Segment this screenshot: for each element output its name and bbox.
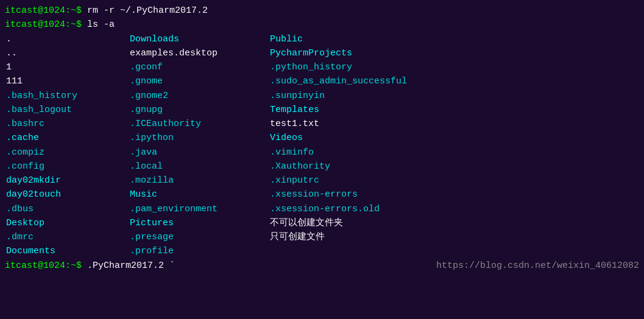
entry-bash-logout: .bash_logout xyxy=(6,103,130,117)
entry-bash-history: .bash_history xyxy=(6,89,130,103)
entry-music: Music xyxy=(130,188,270,202)
prompt-3: itcast@1024:~$ xyxy=(5,261,82,271)
ls-output: . .. 1 111 .bash_history .bash_logout .b… xyxy=(5,32,639,259)
entry-dot: . xyxy=(6,32,130,46)
entry-examples-desktop: examples.desktop xyxy=(130,46,270,60)
prompt-2: itcast@1024:~$ xyxy=(5,18,82,32)
entry-mozilla: .mozilla xyxy=(130,174,270,188)
entry-ice-authority: .ICEauthority xyxy=(130,117,270,131)
entry-videos: Videos xyxy=(270,131,453,145)
entry-pictures: Pictures xyxy=(130,216,270,230)
entry-gnome2: .gnome2 xyxy=(130,89,270,103)
entry-111: 111 xyxy=(6,74,130,88)
entry-local: .local xyxy=(130,160,270,174)
entry-documents: Documents xyxy=(6,244,130,258)
entry-pycharm-projects: PycharmProjects xyxy=(270,46,453,60)
entry-public: Public xyxy=(270,32,453,46)
entry-day02touch: day02touch xyxy=(6,188,130,202)
entry-desktop: Desktop xyxy=(6,216,130,230)
command-line-2: itcast@1024:~$ ls -a xyxy=(5,18,639,32)
entry-no-mkdir: 不可以创建文件夹 xyxy=(270,216,453,230)
entry-profile: .profile xyxy=(130,244,270,258)
ls-col1: . .. 1 111 .bash_history .bash_logout .b… xyxy=(5,32,130,259)
entry-xauthority: .Xauthority xyxy=(270,160,453,174)
entry-sudo-admin: .sudo_as_admin_successful xyxy=(270,74,453,88)
entry-xinputrc: .xinputrc xyxy=(270,174,453,188)
entry-dbus: .dbus xyxy=(6,202,130,216)
entry-test1-txt: test1.txt xyxy=(270,117,453,131)
entry-dmrc: .dmrc xyxy=(6,230,130,244)
entry-gconf: .gconf xyxy=(130,60,270,74)
entry-presage: .presage xyxy=(130,230,270,244)
entry-bashrc: .bashrc xyxy=(6,117,130,131)
bottom-bar: itcast@1024:~$ .PyCharm2017.2 ` https://… xyxy=(5,259,639,273)
entry-gnupg: .gnupg xyxy=(130,103,270,117)
prompt-1: itcast@1024:~$ xyxy=(5,4,82,18)
entry-pam-environment: .pam_environment xyxy=(130,202,270,216)
ls-col2: Downloads examples.desktop .gconf .gnome… xyxy=(130,32,270,259)
entry-java: .java xyxy=(130,145,270,160)
command-line-3: itcast@1024:~$ .PyCharm2017.2 ` xyxy=(5,259,175,273)
entry-config: .config xyxy=(6,160,130,174)
entry-xsession-errors-old: .xsession-errors.old xyxy=(270,202,453,216)
entry-dotdot: .. xyxy=(6,46,130,60)
cmd-2: ls -a xyxy=(82,18,115,32)
entry-python-history: .python_history xyxy=(270,60,453,74)
watermark: https://blog.csdn.net/weixin_40612082 xyxy=(436,259,639,273)
entry-day02mkdir: day02mkdir xyxy=(6,174,130,188)
terminal-window: itcast@1024:~$ rm -r ~/.PyCharm2017.2 it… xyxy=(0,0,644,319)
command-line-1: itcast@1024:~$ rm -r ~/.PyCharm2017.2 xyxy=(5,4,639,18)
ls-col3: Public PycharmProjects .python_history .… xyxy=(270,32,453,259)
cmd-3: .PyCharm2017.2 ` xyxy=(87,261,175,271)
entry-xsession-errors: .xsession-errors xyxy=(270,188,453,202)
entry-sunpinyin: .sunpinyin xyxy=(270,89,453,103)
entry-1: 1 xyxy=(6,60,130,74)
entry-cache: .cache xyxy=(6,131,130,145)
entry-templates: Templates xyxy=(270,103,453,117)
entry-only-files: 只可创建文件 xyxy=(270,230,453,244)
entry-compiz: .compiz xyxy=(6,145,130,160)
entry-gnome: .gnome xyxy=(130,74,270,88)
entry-ipython: .ipython xyxy=(130,131,270,145)
entry-downloads: Downloads xyxy=(130,32,270,46)
cmd-1: rm -r ~/.PyCharm2017.2 xyxy=(82,4,208,18)
entry-viminfo: .viminfo xyxy=(270,145,453,160)
